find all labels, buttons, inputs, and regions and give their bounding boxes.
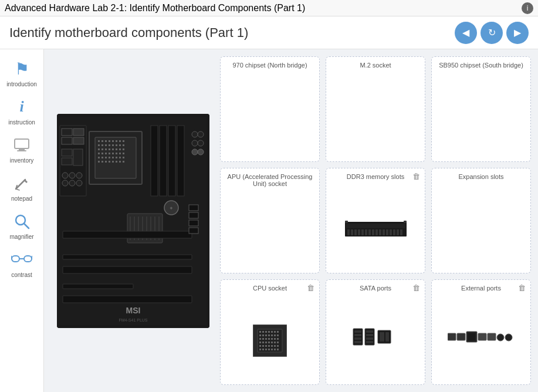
card-sb950-chipset[interactable]: SB950 chipset (South bridge) — [431, 56, 531, 162]
svg-point-109 — [198, 149, 204, 155]
svg-rect-67 — [116, 161, 117, 163]
sidebar-item-instruction[interactable]: i instruction — [2, 92, 42, 129]
svg-rect-163 — [262, 345, 264, 347]
card-title-apu-socket: APU (Accelerated Processing Unit) socket — [225, 173, 314, 190]
delete-sata-icon[interactable]: 🗑 — [412, 283, 420, 292]
svg-rect-146 — [274, 334, 276, 336]
svg-rect-33 — [109, 144, 110, 146]
svg-rect-175 — [277, 349, 279, 350]
card-title-cpu-socket: CPU socket 🗑 — [225, 285, 314, 301]
svg-rect-128 — [397, 229, 399, 235]
svg-rect-125 — [386, 229, 388, 235]
sidebar-label-notepad: notepad — [11, 195, 32, 202]
svg-rect-49 — [109, 153, 110, 154]
svg-rect-123 — [379, 229, 381, 235]
svg-rect-32 — [105, 144, 107, 146]
svg-rect-94 — [62, 158, 72, 165]
svg-rect-170 — [262, 349, 264, 350]
info-button[interactable]: i — [522, 2, 533, 14]
card-970-chipset[interactable]: 970 chipset (North bridge) — [220, 56, 320, 162]
card-apu-socket[interactable]: APU (Accelerated Processing Unit) socket — [220, 168, 320, 273]
svg-rect-153 — [274, 338, 276, 340]
sidebar-item-contrast[interactable]: contrast — [2, 245, 42, 282]
card-sata-ports[interactable]: SATA ports 🗑 — [326, 279, 425, 385]
svg-rect-122 — [375, 229, 378, 235]
card-external-ports[interactable]: External ports 🗑 — [431, 279, 531, 385]
svg-point-99 — [62, 180, 68, 186]
svg-rect-24 — [105, 140, 107, 142]
delete-ddr3-icon[interactable]: 🗑 — [412, 172, 420, 181]
card-title-expansion-slots: Expansion slots — [437, 173, 526, 190]
svg-rect-154 — [277, 338, 279, 340]
svg-rect-169 — [259, 349, 261, 350]
svg-rect-38 — [98, 148, 100, 150]
svg-rect-194 — [488, 333, 496, 340]
svg-rect-45 — [123, 148, 124, 150]
sidebar-item-inventory[interactable]: inventory — [2, 130, 42, 167]
svg-rect-134 — [259, 331, 261, 333]
svg-rect-27 — [116, 140, 117, 142]
nav-forward-button[interactable]: ▶ — [506, 22, 529, 44]
page-title: Identify motherboard components (Part 1) — [9, 25, 248, 40]
sidebar-item-notepad[interactable]: notepad — [2, 168, 42, 205]
card-cpu-socket[interactable]: CPU socket 🗑 — [220, 279, 320, 385]
svg-rect-178 — [354, 334, 361, 336]
svg-rect-127 — [393, 229, 395, 235]
sidebar-item-magnifier[interactable]: magnifier — [2, 207, 42, 244]
svg-rect-121 — [372, 229, 374, 235]
sidebar-label-magnifier: magnifier — [9, 234, 33, 240]
svg-rect-193 — [478, 333, 486, 340]
sidebar-label-instruction: instruction — [8, 119, 35, 126]
info-icon: i — [11, 96, 33, 118]
header: Identify motherboard components (Part 1)… — [0, 16, 538, 49]
svg-rect-129 — [400, 229, 402, 235]
svg-point-108 — [192, 149, 198, 155]
svg-rect-42 — [112, 148, 114, 150]
svg-rect-22 — [98, 140, 100, 142]
svg-rect-9 — [12, 256, 19, 262]
card-expansion-slots[interactable]: Expansion slots — [431, 168, 531, 273]
svg-rect-44 — [119, 148, 121, 150]
delete-cpu-icon[interactable]: 🗑 — [307, 283, 314, 292]
svg-rect-144 — [268, 334, 270, 336]
svg-rect-168 — [277, 345, 279, 347]
svg-rect-136 — [265, 331, 267, 333]
pencil-icon — [11, 172, 33, 194]
svg-rect-117 — [358, 229, 360, 235]
svg-rect-164 — [265, 345, 267, 347]
delete-external-icon[interactable]: 🗑 — [518, 283, 526, 292]
monitor-icon — [11, 134, 33, 156]
svg-rect-50 — [112, 153, 114, 154]
nav-refresh-button[interactable]: ↻ — [481, 22, 503, 44]
svg-rect-150 — [265, 338, 267, 340]
svg-rect-57 — [109, 157, 110, 158]
svg-rect-131 — [404, 221, 407, 223]
svg-rect-152 — [271, 338, 273, 340]
sidebar-item-introduction[interactable]: ⚑ introduction — [2, 54, 42, 91]
svg-rect-162 — [259, 345, 261, 347]
svg-rect-118 — [361, 229, 364, 235]
nav-buttons: ◀ ↻ ▶ — [455, 22, 529, 44]
svg-rect-52 — [119, 153, 121, 154]
svg-rect-2 — [17, 150, 26, 151]
svg-rect-25 — [109, 140, 110, 142]
nav-back-button[interactable]: ◀ — [455, 22, 477, 44]
svg-rect-55 — [101, 157, 103, 158]
svg-rect-187 — [380, 332, 384, 342]
svg-rect-89 — [62, 129, 72, 136]
svg-rect-46 — [98, 153, 100, 154]
svg-rect-85 — [189, 212, 198, 218]
svg-rect-10 — [24, 256, 32, 262]
svg-rect-19 — [177, 126, 184, 196]
sidebar-label-contrast: contrast — [11, 272, 32, 278]
card-ddr3-slots[interactable]: DDR3 memory slots 🗑 — [326, 168, 425, 273]
card-image-expansion-slots — [437, 190, 526, 268]
svg-rect-115 — [351, 229, 353, 235]
svg-rect-143 — [265, 334, 267, 336]
svg-rect-29 — [123, 140, 124, 142]
svg-rect-54 — [98, 157, 100, 158]
svg-rect-160 — [274, 342, 276, 343]
card-m2-socket[interactable]: M.2 socket — [326, 56, 425, 162]
card-title-sata-ports: SATA ports 🗑 — [331, 285, 420, 301]
svg-rect-1 — [19, 148, 25, 150]
